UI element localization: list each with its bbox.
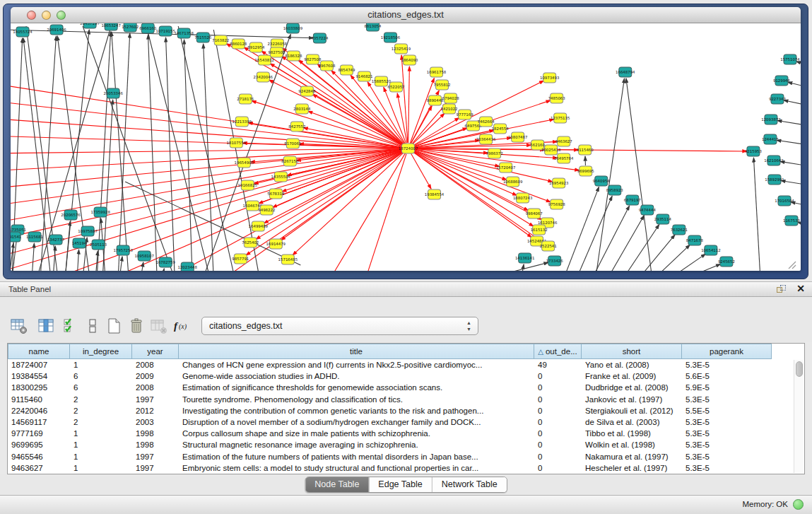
graph-node[interactable]: 19218506	[381, 33, 401, 42]
cell-short[interactable]: Tibbo et al. (1998)	[582, 428, 682, 439]
cell-in_degree[interactable]: 1	[70, 451, 132, 462]
function-builder-icon[interactable]: f(x)	[171, 315, 192, 337]
cell-pagerank[interactable]: 5.9E-5	[682, 382, 772, 393]
cell-in_degree[interactable]: 2	[70, 416, 132, 428]
cell-short[interactable]: de Silva et al. (2003)	[582, 416, 682, 428]
cell-title[interactable]: Disruption of a novel member of a sodium…	[179, 416, 534, 428]
graph-edge[interactable]	[365, 154, 406, 271]
graph-node[interactable]: 7625402	[242, 238, 259, 247]
table-row[interactable]: 946554611997Estimation of the future num…	[8, 451, 793, 462]
graph-node[interactable]: 9474444	[639, 205, 657, 215]
graph-node[interactable]: 9463627	[555, 136, 572, 146]
column-header-in_degree[interactable]: in_degree	[70, 344, 132, 359]
memory-indicator-icon[interactable]	[793, 499, 804, 510]
graph-node[interactable]: 7515526	[194, 33, 212, 42]
network-canvas[interactable]: 1872400771638228860128891295423226058982…	[11, 23, 801, 271]
cell-out_de[interactable]: 49	[534, 359, 582, 370]
graph-node[interactable]: 1342737	[47, 235, 64, 245]
table-row[interactable]: 969969511998Structural magnetic resonanc…	[8, 439, 793, 450]
cell-short[interactable]: Yano et al. (2008)	[582, 359, 682, 370]
graph-node[interactable]: 16914479	[266, 239, 286, 249]
cell-pagerank[interactable]: 5.3E-5	[682, 394, 772, 405]
cell-short[interactable]: Dudbridge et al. (2008)	[582, 382, 682, 393]
graph-edge[interactable]	[77, 250, 78, 271]
scrollbar-thumb[interactable]	[796, 361, 803, 377]
graph-node[interactable]: 9640954	[593, 176, 611, 186]
cell-title[interactable]: Estimation of significance thresholds fo…	[179, 382, 534, 393]
graph-node[interactable]: 10653247	[101, 23, 120, 30]
cell-in_degree[interactable]: 2	[70, 405, 132, 416]
graph-node[interactable]: 14671358	[174, 28, 194, 38]
graph-node[interactable]: 12375135	[551, 113, 570, 123]
column-header-out_de[interactable]: △out_de...	[534, 344, 582, 359]
graph-node[interactable]: 16648794	[616, 67, 635, 77]
graph-node[interactable]: 8267150	[281, 156, 299, 166]
graph-node[interactable]: 9984067	[526, 209, 543, 218]
graph-edge[interactable]	[252, 101, 403, 147]
graph-node[interactable]: 7357224	[311, 33, 329, 43]
graph-node[interactable]: 16210643	[764, 156, 783, 165]
graph-edge[interactable]	[413, 151, 542, 220]
graph-edge[interactable]	[596, 78, 625, 271]
cell-name[interactable]: 9699695	[8, 439, 70, 450]
cell-year[interactable]: 1997	[132, 462, 179, 474]
cell-out_de[interactable]: 0	[534, 394, 582, 405]
graph-node[interactable]: 10807487	[508, 132, 527, 142]
graph-node[interactable]: 2803144	[293, 104, 311, 114]
cell-in_degree[interactable]: 6	[70, 382, 132, 393]
graph-edge[interactable]	[577, 196, 612, 271]
graph-edge[interactable]	[788, 82, 801, 90]
table-row[interactable]: 977716911998Corpus callosum shape and si…	[8, 428, 793, 439]
cell-title[interactable]: Genome-wide association studies in ADHD.	[179, 370, 534, 382]
cell-out_de[interactable]: 0	[534, 462, 582, 474]
cell-title[interactable]: Embryonic stem cells: a model to study s…	[179, 462, 534, 474]
graph-edge[interactable]	[282, 151, 403, 192]
cell-short[interactable]: Hescheler et al. (1997)	[582, 462, 682, 474]
graph-node[interactable]: 20364436	[476, 134, 496, 144]
cell-in_degree[interactable]: 1	[70, 359, 132, 370]
cell-out_de[interactable]: 0	[534, 439, 582, 450]
graph-node[interactable]: 8860128	[230, 39, 247, 49]
graph-node[interactable]: 9115460	[577, 145, 594, 155]
graph-node[interactable]: 8854749	[338, 65, 355, 75]
graph-node[interactable]: 9245652	[718, 257, 735, 267]
graph-edge[interactable]	[11, 136, 402, 148]
graph-edge[interactable]	[686, 264, 721, 271]
table-row[interactable]: 946362711997Embryonic stem cells: a mode…	[8, 462, 793, 474]
cell-in_degree[interactable]: 1	[70, 428, 132, 439]
graph-edge[interactable]	[626, 78, 652, 271]
graph-node[interactable]: 7986372	[486, 148, 503, 158]
graph-edge[interactable]	[522, 264, 524, 271]
graph-edge[interactable]	[65, 221, 70, 271]
graph-edge[interactable]	[592, 206, 630, 271]
graph-node[interactable]: 2522541	[540, 241, 557, 251]
cell-short[interactable]: Stergiakouli et al. (2012)	[582, 405, 682, 416]
graph-node[interactable]: 16782759	[155, 257, 175, 267]
cell-name[interactable]: 18300295	[8, 382, 70, 393]
cell-title[interactable]: Structural magnetic resonance image aver…	[179, 439, 534, 450]
cell-name[interactable]: 9463627	[8, 462, 70, 474]
cell-title[interactable]: Changes of HCN gene expression and I(f) …	[179, 359, 534, 370]
graph-edge[interactable]	[623, 224, 659, 271]
graph-node[interactable]: 14055724	[13, 27, 33, 37]
graph-node[interactable]: 1421022	[441, 104, 458, 114]
graph-node[interactable]: 1864093	[401, 55, 418, 65]
graph-node[interactable]: 8170061	[284, 139, 301, 148]
graph-node[interactable]: 14136141	[515, 253, 534, 263]
cell-name[interactable]: 14569117	[8, 416, 70, 428]
tab-edge-table[interactable]: Edge Table	[368, 477, 431, 492]
table-row[interactable]: 1938455462009Genome-wide association stu…	[8, 370, 793, 382]
column-header-name[interactable]: name	[8, 344, 70, 359]
table-row[interactable]: 1830029562008Estimation of significance …	[8, 382, 793, 393]
graph-node[interactable]: 9498222	[258, 205, 275, 215]
graph-node[interactable]: 10958107	[134, 251, 153, 261]
graph-node[interactable]: 9777169	[457, 110, 474, 119]
table-settings-icon[interactable]	[8, 315, 30, 337]
graph-node[interactable]: 7955812	[434, 80, 451, 90]
graph-edge[interactable]	[162, 269, 164, 271]
cell-out_de[interactable]: 0	[534, 405, 582, 416]
cell-out_de[interactable]: 0	[534, 428, 582, 439]
column-visibility-icon[interactable]	[35, 315, 57, 337]
graph-node[interactable]: 9699695	[577, 166, 594, 176]
graph-node[interactable]: 8471678	[686, 235, 704, 245]
